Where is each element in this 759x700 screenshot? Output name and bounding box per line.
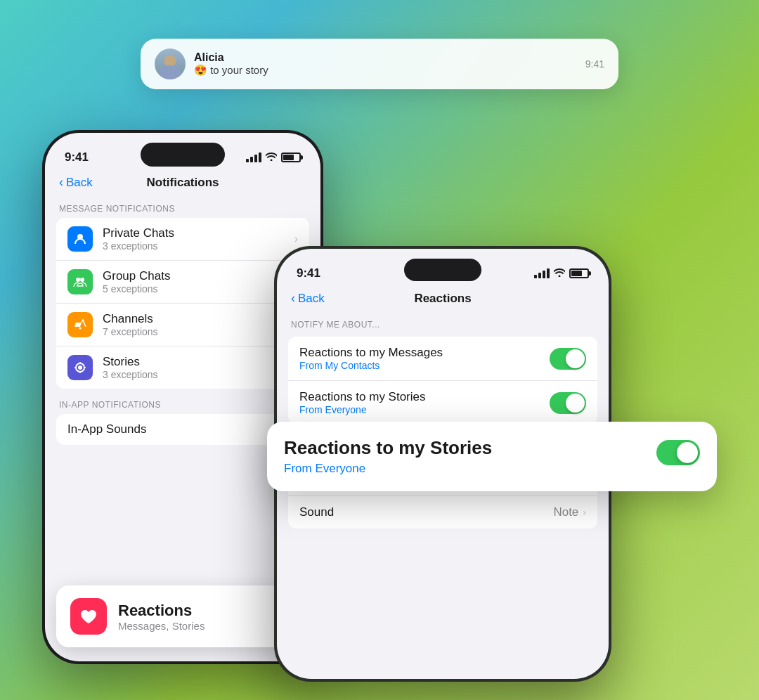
group-chats-icon xyxy=(67,269,93,294)
page-title-right: Reactions xyxy=(414,292,471,306)
reactions-stories-popup-toggle[interactable] xyxy=(656,440,700,465)
reactions-stories-item[interactable]: Reactions to my Stories From Everyone xyxy=(288,381,597,424)
svg-point-3 xyxy=(79,328,82,330)
status-time-left: 9:41 xyxy=(65,150,89,164)
private-chats-chevron: › xyxy=(294,233,298,245)
channels-icon xyxy=(67,312,93,337)
dynamic-island-left xyxy=(141,143,225,167)
reactions-stories-toggle[interactable] xyxy=(550,392,586,414)
notification-emoji: 😍 xyxy=(194,64,207,76)
reactions-messages-toggle[interactable] xyxy=(550,348,586,370)
list-item-channels[interactable]: Channels 7 exceptions › xyxy=(56,304,309,346)
private-chats-icon xyxy=(67,226,93,252)
message-notifications-list: Private Chats 3 exceptions › Group Chats… xyxy=(56,218,309,389)
reactions-popup-card[interactable]: Reactions Messages, Stories xyxy=(56,585,309,647)
back-label-left: Back xyxy=(66,176,93,190)
notification-avatar xyxy=(155,48,186,79)
reactions-stories-title: Reactions to my Stories xyxy=(299,390,550,404)
reactions-stories-subtitle: From Everyone xyxy=(299,404,550,415)
reactions-stories-popup-subtitle: From Everyone xyxy=(284,462,492,476)
nav-bar-left: ‹ Back Notifications xyxy=(45,172,320,198)
reactions-stories-popup-content: Reactions to my Stories From Everyone xyxy=(284,437,492,476)
list-item-stories[interactable]: Stories 3 exceptions › xyxy=(56,346,309,389)
back-button-left[interactable]: ‹ Back xyxy=(59,175,93,190)
reactions-items-list: Reactions to my Messages From My Contact… xyxy=(288,337,597,424)
svg-point-1 xyxy=(76,278,80,282)
notification-message: 😍 to your story xyxy=(194,64,577,77)
stories-subtitle: 3 exceptions xyxy=(103,369,285,380)
channels-content: Channels 7 exceptions xyxy=(103,312,285,337)
stories-title: Stories xyxy=(103,355,285,369)
reactions-popup-content: Reactions Messages, Stories xyxy=(118,602,205,632)
back-button-right[interactable]: ‹ Back xyxy=(291,291,325,306)
inapp-sounds-content: In-App Sounds xyxy=(67,422,285,436)
status-icons-right xyxy=(534,268,589,279)
notification-banner: Alicia 😍 to your story 9:41 xyxy=(141,39,618,89)
inapp-sounds-title: In-App Sounds xyxy=(67,422,285,436)
sound-value: Note xyxy=(553,505,578,519)
status-time-right: 9:41 xyxy=(297,266,320,280)
private-chats-subtitle: 3 exceptions xyxy=(103,240,285,252)
list-item-group-chats[interactable]: Group Chats 5 exceptions › xyxy=(56,261,309,304)
reactions-messages-title: Reactions to my Messages xyxy=(299,346,550,360)
status-icons-left xyxy=(246,152,301,163)
wifi-icon-left xyxy=(266,152,277,163)
sound-item[interactable]: Sound Note › xyxy=(288,496,597,529)
reactions-messages-item[interactable]: Reactions to my Messages From My Contact… xyxy=(288,337,597,381)
page-title-left: Notifications xyxy=(147,176,219,190)
wifi-icon-right xyxy=(554,268,565,279)
channels-title: Channels xyxy=(103,312,285,326)
sound-chevron: › xyxy=(583,507,586,518)
battery-icon-left xyxy=(281,153,301,162)
notification-time: 9:41 xyxy=(585,58,604,70)
reactions-popup-icon xyxy=(70,598,107,635)
signal-icon-right xyxy=(534,268,550,278)
nav-bar-right: ‹ Back Reactions xyxy=(277,288,609,314)
svg-point-2 xyxy=(80,278,84,282)
svg-point-5 xyxy=(78,365,82,370)
reactions-popup-title: Reactions xyxy=(118,602,205,620)
battery-icon-right xyxy=(569,268,589,278)
group-chats-content: Group Chats 5 exceptions xyxy=(103,269,285,294)
private-chats-content: Private Chats 3 exceptions xyxy=(103,226,285,252)
stories-icon xyxy=(67,355,93,380)
reactions-popup-subtitle: Messages, Stories xyxy=(118,620,205,632)
stories-content: Stories 3 exceptions xyxy=(103,355,285,380)
back-label-right: Back xyxy=(298,292,325,306)
notification-sender: Alicia xyxy=(194,51,577,64)
reactions-stories-popup-title: Reactions to my Stories xyxy=(284,437,492,459)
section-message-notifications: MESSAGE NOTIFICATIONS xyxy=(45,198,320,218)
group-chats-subtitle: 5 exceptions xyxy=(103,283,285,294)
notification-content: Alicia 😍 to your story xyxy=(194,51,577,77)
reactions-stories-popup-toggle-thumb xyxy=(677,442,698,463)
back-chevron-right: ‹ xyxy=(291,291,295,306)
list-item-private-chats[interactable]: Private Chats 3 exceptions › xyxy=(56,218,309,261)
reactions-messages-subtitle: From My Contacts xyxy=(299,360,550,371)
group-chats-title: Group Chats xyxy=(103,269,285,283)
reactions-stories-popup: Reactions to my Stories From Everyone xyxy=(267,422,717,491)
back-chevron-left: ‹ xyxy=(59,175,63,190)
signal-icon-left xyxy=(246,153,261,162)
channels-subtitle: 7 exceptions xyxy=(103,326,285,337)
section-notify: NOTIFY ME ABOUT... xyxy=(277,314,609,334)
sound-label: Sound xyxy=(299,505,553,519)
reactions-messages-content: Reactions to my Messages From My Contact… xyxy=(299,346,550,371)
private-chats-title: Private Chats xyxy=(103,226,285,240)
dynamic-island-right xyxy=(404,259,481,281)
reactions-stories-content: Reactions to my Stories From Everyone xyxy=(299,390,550,415)
